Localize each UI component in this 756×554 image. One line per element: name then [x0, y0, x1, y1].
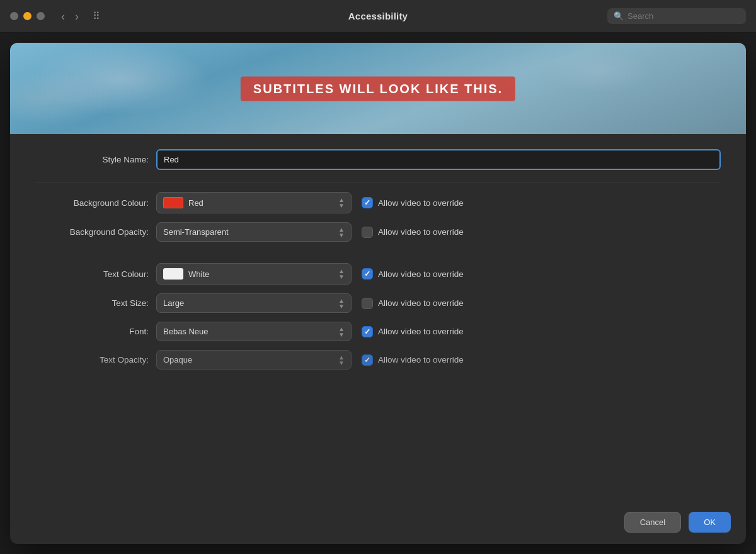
- minimize-button[interactable]: [23, 12, 32, 20]
- traffic-lights: [10, 12, 45, 20]
- font-override-checkbox[interactable]: [362, 326, 373, 337]
- text-opacity-select[interactable]: Opaque ▲▼: [156, 350, 352, 370]
- bg-colour-label: Background Colour:: [35, 198, 149, 208]
- bg-colour-swatch: [163, 197, 183, 208]
- bg-colour-row: Background Colour: Red ▲▼ Allow: [35, 192, 721, 213]
- bg-colour-override-checkbox[interactable]: [362, 197, 373, 208]
- text-size-label: Text Size:: [35, 298, 149, 308]
- titlebar: ‹ › ⠿ Accessibility 🔍: [0, 0, 756, 33]
- text-opacity-override-checkbox[interactable]: [362, 354, 373, 366]
- bg-colour-value: Red: [188, 198, 203, 208]
- button-bar: Cancel OK: [10, 503, 746, 544]
- bg-opacity-select[interactable]: Semi-Transparent ▲▼: [156, 222, 352, 242]
- close-button[interactable]: [10, 12, 18, 20]
- text-size-override: Allow video to override: [362, 298, 464, 309]
- bg-colour-override: Allow video to override: [362, 197, 464, 208]
- subtitle-preview: SUBTITLES WILL LOOK LIKE THIS.: [241, 76, 515, 101]
- text-size-control: Large ▲▼ Allow video to override: [156, 293, 721, 313]
- bg-opacity-row: Background Opacity: Semi-Transparent ▲▼ …: [35, 222, 721, 242]
- text-opacity-override-label: Allow video to override: [378, 355, 464, 365]
- text-opacity-value: Opaque: [163, 355, 192, 365]
- select-arrow-icon-5: ▲▼: [338, 327, 345, 337]
- text-colour-override-label: Allow video to override: [378, 269, 464, 279]
- search-box: 🔍: [607, 8, 746, 24]
- text-size-value: Large: [163, 298, 184, 308]
- text-colour-row: Text Colour: White ▲▼ Allow vide: [35, 263, 721, 285]
- font-label: Font:: [35, 327, 149, 336]
- select-arrow-icon-6: ▲▼: [338, 355, 345, 365]
- bg-colour-control: Red ▲▼ Allow video to override: [156, 192, 721, 213]
- search-icon: 🔍: [614, 11, 624, 21]
- style-name-input[interactable]: [156, 149, 721, 170]
- select-arrow-icon: ▲▼: [338, 198, 345, 208]
- bg-colour-select[interactable]: Red ▲▼: [156, 192, 352, 213]
- text-colour-override: Allow video to override: [362, 268, 464, 280]
- divider-1: [35, 183, 721, 183]
- font-control: Bebas Neue ▲▼ Allow video to override: [156, 322, 721, 341]
- bg-colour-override-label: Allow video to override: [378, 198, 464, 208]
- back-button[interactable]: ‹: [57, 9, 69, 23]
- bg-opacity-control: Semi-Transparent ▲▼ Allow video to overr…: [156, 222, 721, 242]
- titlebar-title: Accessibility: [348, 11, 408, 21]
- text-colour-control: White ▲▼ Allow video to override: [156, 263, 721, 285]
- select-arrow-icon-2: ▲▼: [338, 227, 345, 237]
- dialog: SUBTITLES WILL LOOK LIKE THIS. Style Nam…: [10, 43, 746, 544]
- style-name-row: Style Name:: [35, 149, 721, 170]
- bg-colour-select-wrapper: Red ▲▼: [156, 192, 352, 213]
- text-colour-select-wrapper: White ▲▼: [156, 263, 352, 285]
- text-colour-override-checkbox[interactable]: [362, 268, 373, 280]
- text-size-override-label: Allow video to override: [378, 298, 464, 308]
- text-colour-select[interactable]: White ▲▼: [156, 263, 352, 285]
- text-size-override-checkbox[interactable]: [362, 298, 373, 309]
- cancel-button[interactable]: Cancel: [624, 512, 681, 533]
- bg-opacity-override-label: Allow video to override: [378, 227, 464, 237]
- font-value: Bebas Neue: [163, 327, 209, 336]
- forward-button[interactable]: ›: [71, 9, 83, 23]
- text-opacity-row: Text Opacity: Opaque ▲▼ Allow video to o…: [35, 350, 721, 370]
- font-override-label: Allow video to override: [378, 327, 464, 336]
- search-input[interactable]: [627, 11, 740, 21]
- grid-icon[interactable]: ⠿: [93, 10, 100, 22]
- text-opacity-label: Text Opacity:: [35, 355, 149, 365]
- select-arrow-icon-3: ▲▼: [338, 269, 345, 279]
- text-colour-swatch: [163, 268, 183, 280]
- font-select[interactable]: Bebas Neue ▲▼: [156, 322, 352, 341]
- style-name-control: [156, 149, 721, 170]
- main-content: SUBTITLES WILL LOOK LIKE THIS. Style Nam…: [0, 33, 756, 554]
- form-area: Style Name: Background Colour: Red ▲▼: [10, 134, 746, 503]
- select-arrow-icon-4: ▲▼: [338, 298, 345, 308]
- bg-opacity-override-checkbox[interactable]: [362, 227, 373, 238]
- text-colour-label: Text Colour:: [35, 269, 149, 279]
- text-opacity-override: Allow video to override: [362, 354, 464, 366]
- text-size-select[interactable]: Large ▲▼: [156, 293, 352, 313]
- bg-opacity-override: Allow video to override: [362, 227, 464, 238]
- text-opacity-control: Opaque ▲▼ Allow video to override: [156, 350, 721, 370]
- nav-arrows: ‹ ›: [57, 9, 83, 23]
- maximize-button[interactable]: [37, 12, 45, 20]
- text-opacity-select-wrapper: Opaque ▲▼: [156, 350, 352, 370]
- bg-opacity-label: Background Opacity:: [35, 227, 149, 237]
- section-gap-1: [35, 251, 721, 263]
- style-name-label: Style Name:: [35, 155, 149, 164]
- font-row: Font: Bebas Neue ▲▼ Allow video to overr…: [35, 322, 721, 341]
- font-select-wrapper: Bebas Neue ▲▼: [156, 322, 352, 341]
- preview-area: SUBTITLES WILL LOOK LIKE THIS.: [10, 43, 746, 134]
- bg-opacity-value: Semi-Transparent: [163, 227, 229, 237]
- text-colour-value: White: [188, 269, 209, 279]
- ok-button[interactable]: OK: [689, 512, 731, 533]
- font-override: Allow video to override: [362, 326, 464, 337]
- bg-opacity-select-wrapper: Semi-Transparent ▲▼: [156, 222, 352, 242]
- text-size-select-wrapper: Large ▲▼: [156, 293, 352, 313]
- text-size-row: Text Size: Large ▲▼ Allow video to overr…: [35, 293, 721, 313]
